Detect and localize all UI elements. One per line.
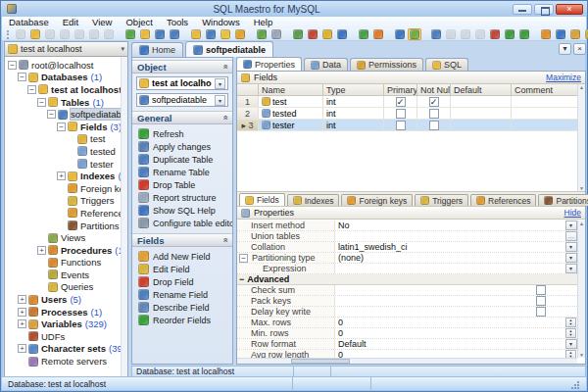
tree-item-softpediatable[interactable]: −softpediatable	[5, 108, 127, 121]
tree-item-databases[interactable]: −Databases(1)	[5, 72, 127, 84]
tree-item-indexes[interactable]: +Indexes(1)	[5, 170, 127, 182]
nav-link-rename-table[interactable]: Rename Table	[132, 166, 232, 178]
tree-item-views[interactable]: Views	[5, 231, 127, 244]
nav-link-drop-table[interactable]: Drop Table	[132, 178, 232, 191]
nav-link-duplicate-table[interactable]: Duplicate Table	[132, 153, 232, 166]
subtab-references[interactable]: References	[470, 194, 536, 206]
not-null-checkbox[interactable]: ✓	[429, 97, 439, 107]
cell-primary[interactable]	[384, 120, 417, 130]
tab-sql[interactable]: SQL	[425, 58, 468, 71]
expand-icon[interactable]: +	[18, 344, 26, 353]
expand-icon[interactable]: +	[18, 319, 26, 328]
cell-default[interactable]	[451, 108, 512, 119]
property-value[interactable]: (none)	[335, 253, 564, 263]
expand-icon[interactable]: +	[57, 172, 66, 180]
property-value[interactable]	[335, 296, 564, 306]
refresh-button[interactable]	[539, 28, 553, 40]
minimize-button[interactable]	[513, 4, 532, 15]
ellipsis-button[interactable]: …	[565, 231, 577, 241]
nav-link-add-new-field[interactable]: Add New Field	[132, 250, 232, 263]
maximize-link[interactable]: Maximize	[546, 73, 581, 82]
export-data-button[interactable]	[255, 28, 269, 40]
spin-down-icon[interactable]: ▾	[569, 333, 571, 337]
blob-viewer-button[interactable]	[291, 28, 305, 40]
collapse-icon[interactable]: −	[47, 110, 56, 119]
tab-permissions[interactable]: Permissions	[350, 58, 423, 71]
cell-name[interactable]: test	[259, 96, 323, 107]
users-button[interactable]	[568, 28, 582, 40]
property-value[interactable]: latin1_swedish_ci	[335, 242, 564, 252]
tab-close-button[interactable]: ×	[573, 43, 586, 55]
not-null-checkbox[interactable]	[429, 121, 439, 130]
spin-down-icon[interactable]: ▾	[569, 322, 571, 326]
cell-default[interactable]	[451, 120, 512, 130]
section-header-fields[interactable]: Fields»	[132, 233, 232, 247]
table-combo[interactable]: softpediatable▾	[136, 93, 228, 107]
tree-item-tables[interactable]: −Tables(1)	[5, 96, 127, 109]
chevron-down-icon[interactable]: ▾	[565, 220, 577, 230]
menu-windows[interactable]: Windows	[195, 17, 247, 28]
property-value[interactable]: 0	[335, 318, 564, 327]
maximize-button[interactable]	[534, 4, 554, 15]
column-header-not-null[interactable]: Not Null	[417, 84, 451, 95]
chevron-down-icon[interactable]: ▾	[565, 242, 577, 252]
table-data-button[interactable]	[168, 28, 181, 40]
not-null-checkbox[interactable]	[429, 109, 439, 119]
nav-link-show-sql-help[interactable]: Show SQL Help	[132, 204, 232, 217]
nav-link-rename-field[interactable]: Rename Field	[132, 288, 232, 301]
create-database-button[interactable]	[28, 28, 42, 40]
expand-icon[interactable]: +	[37, 246, 46, 255]
chevron-up-icon[interactable]: »	[220, 115, 229, 120]
subtab-partitions[interactable]: Partitions	[538, 194, 588, 206]
collapse-icon[interactable]: −	[27, 85, 36, 94]
edit-database-button[interactable]	[138, 28, 152, 40]
nav-link-describe-field[interactable]: Describe Field	[132, 301, 232, 314]
cell-not-null[interactable]: ✓	[417, 96, 451, 107]
scroll-down-icon[interactable]: ▼	[579, 185, 584, 191]
chevron-down-icon[interactable]: ▾	[215, 78, 225, 89]
nav-link-refresh[interactable]: Refresh	[132, 127, 232, 140]
tree-item-tester[interactable]: tester	[5, 158, 127, 171]
tree-item-procedures[interactable]: +Procedures(1)	[5, 244, 127, 257]
pack-keys-checkbox[interactable]	[536, 296, 546, 306]
tab-properties[interactable]: Properties	[236, 57, 302, 71]
restore-button[interactable]	[371, 28, 385, 40]
tree-item-events[interactable]: Events	[5, 269, 127, 281]
create-object-button[interactable]	[123, 28, 137, 40]
tree-item-fields[interactable]: −Fields(3)	[5, 121, 127, 133]
mail-button[interactable]	[583, 28, 588, 40]
cell-not-null[interactable]	[417, 120, 451, 130]
property-value[interactable]: No	[335, 220, 564, 230]
backup-button[interactable]	[357, 28, 370, 40]
options-button[interactable]	[554, 28, 567, 40]
collapse-icon[interactable]: −	[57, 122, 66, 131]
property-value[interactable]	[335, 231, 564, 241]
column-header-type[interactable]: Type	[323, 84, 384, 95]
primary-checkbox[interactable]	[396, 109, 406, 119]
check-sum-checkbox[interactable]	[536, 285, 546, 295]
resize-grip[interactable]	[571, 381, 579, 389]
database-properties-button[interactable]	[189, 28, 203, 40]
field-row-tester[interactable]: ▸ 3testerint	[237, 120, 585, 131]
chevron-up-icon[interactable]: »	[220, 237, 229, 242]
duplicate-button[interactable]	[429, 28, 443, 40]
tree-item-processes[interactable]: +Processes(1)	[5, 306, 127, 318]
hscroll-thumb[interactable]	[291, 359, 350, 364]
column-header-name[interactable]: Name	[259, 84, 323, 95]
toolbar-grip[interactable]	[7, 30, 9, 39]
tree-item-test[interactable]: test	[5, 133, 127, 146]
spinner-control[interactable]: ▴▾	[565, 328, 576, 338]
tab-softpediatable[interactable]: softpediatable	[185, 41, 273, 57]
nav-link-configure-table-editor[interactable]: Configure table editor	[132, 217, 232, 229]
collapse-icon[interactable]: −	[239, 274, 244, 284]
column-header-comment[interactable]: Comment	[512, 84, 585, 95]
cell-default[interactable]	[451, 96, 512, 107]
tree-item-references[interactable]: References	[5, 207, 127, 220]
cell-not-null[interactable]	[417, 108, 451, 119]
query-builder-button[interactable]	[335, 28, 349, 40]
tree-item-users[interactable]: +Users(5)	[5, 293, 127, 306]
cell-primary[interactable]	[384, 108, 417, 119]
property-value[interactable]: Default	[335, 339, 564, 349]
tab-home[interactable]: Home	[131, 42, 183, 57]
column-header-default[interactable]: Default	[451, 84, 512, 95]
